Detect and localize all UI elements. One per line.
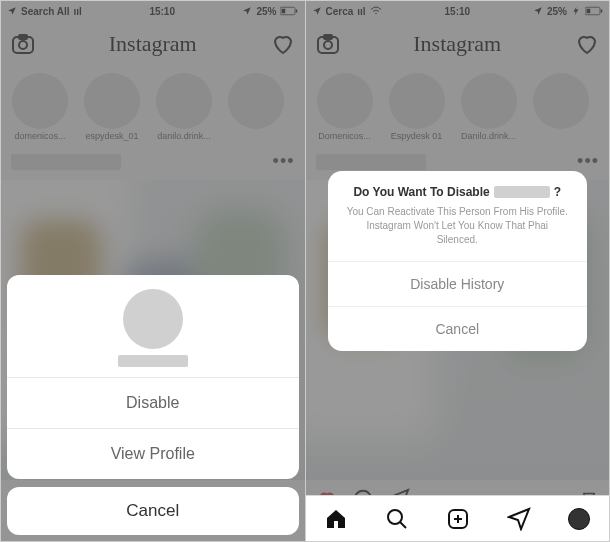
add-post-icon[interactable] <box>446 507 470 531</box>
cancel-button[interactable]: Cancel <box>7 487 299 535</box>
sheet-username <box>118 355 188 367</box>
right-screenshot: Cerca ııl 15:10 25% Instagram Domenicos.… <box>306 1 610 541</box>
dialog-title: Do You Want To Disable ? <box>328 171 588 205</box>
sheet-profile-header <box>7 275 299 377</box>
direct-icon[interactable] <box>507 507 531 531</box>
svg-line-14 <box>400 522 406 528</box>
cancel-button[interactable]: Cancel <box>328 306 588 351</box>
disable-history-button[interactable]: Disable History <box>328 261 588 306</box>
confirm-dialog: Do You Want To Disable ? You Can Reactiv… <box>328 171 588 351</box>
action-sheet: Disable View Profile Cancel <box>1 275 305 541</box>
profile-avatar[interactable] <box>568 508 590 530</box>
dialog-description: You Can Reactivate This Person From His … <box>328 205 588 261</box>
svg-point-13 <box>388 510 402 524</box>
disable-button[interactable]: Disable <box>7 377 299 428</box>
masked-username <box>494 186 550 198</box>
home-icon[interactable] <box>324 507 348 531</box>
search-icon[interactable] <box>385 507 409 531</box>
avatar <box>123 289 183 349</box>
left-screenshot: Search All ııl 15:10 25% Instagram domen… <box>1 1 306 541</box>
view-profile-button[interactable]: View Profile <box>7 428 299 479</box>
bottom-nav <box>306 495 610 541</box>
